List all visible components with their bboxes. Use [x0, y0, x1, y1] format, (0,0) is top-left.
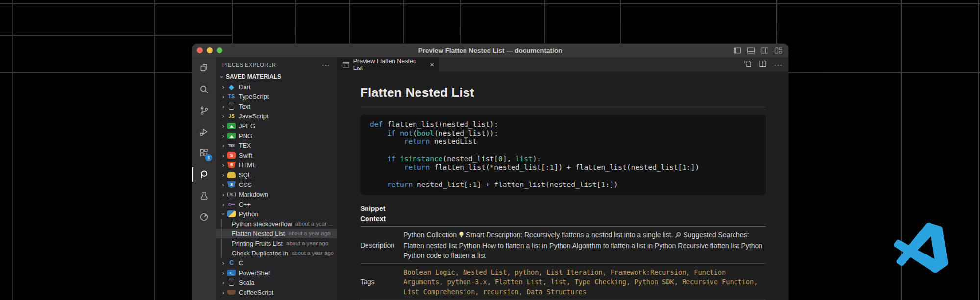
- activity-testing[interactable]: [192, 185, 216, 207]
- tree-item-typescript[interactable]: ›TypeScript: [216, 92, 337, 101]
- tab-close-icon[interactable]: ×: [430, 61, 434, 68]
- activity-search[interactable]: [192, 79, 216, 100]
- minimize-window-button[interactable]: [207, 47, 213, 53]
- python-icon: [227, 210, 236, 217]
- tree-item-text[interactable]: ›Text: [216, 101, 337, 111]
- vscode-window: Preview Flatten Nested List — documentat…: [192, 44, 788, 300]
- split-editor-icon[interactable]: [759, 60, 767, 69]
- chevron-right-icon[interactable]: ›: [220, 279, 227, 286]
- section-label: SAVED MATERIALS: [226, 73, 281, 80]
- chevron-right-icon[interactable]: ›: [220, 103, 227, 110]
- tree-item-c[interactable]: ›C++: [216, 199, 337, 209]
- saved-material-timestamp: about a year ...: [295, 221, 333, 227]
- saved-material-timestamp: about a year ago: [288, 231, 330, 236]
- activity-run-debug[interactable]: [192, 121, 216, 143]
- run-and-debug-icon: [199, 127, 209, 137]
- saved-material-label: Printing Fruits List: [232, 240, 283, 247]
- close-window-button[interactable]: [197, 47, 203, 53]
- file-icon: [227, 102, 236, 110]
- preview-window-icon: [342, 61, 350, 69]
- saved-material-label: Python stackoverflow: [232, 220, 292, 228]
- saved-material-timestamp: about a year ago: [292, 250, 334, 256]
- chevron-right-icon[interactable]: ›: [220, 171, 227, 179]
- chevron-right-icon[interactable]: ›: [220, 191, 227, 198]
- tree-item-python[interactable]: ›Python: [216, 209, 337, 219]
- tree-item-swift[interactable]: ›Swift: [216, 150, 337, 160]
- saved-material-timestamp: about a year ago: [286, 240, 328, 246]
- sidebar-more-actions-icon[interactable]: ···: [322, 61, 330, 69]
- window-title: Preview Flatten Nested List — documentat…: [418, 47, 562, 54]
- tab-bar: Preview Flatten Nested List × ···: [337, 57, 788, 71]
- chevron-right-icon[interactable]: ›: [220, 113, 227, 120]
- search-icon: [199, 84, 209, 94]
- zoom-window-button[interactable]: [217, 47, 222, 53]
- chevron-right-icon[interactable]: ›: [220, 132, 227, 139]
- tree-item-powershell[interactable]: ›PowerShell: [216, 268, 337, 277]
- description-part2: Smart Description: Recursively flattens …: [466, 231, 673, 239]
- chevron-right-icon[interactable]: ›: [220, 142, 227, 149]
- activity-source-control[interactable]: [192, 100, 216, 121]
- powershell-icon: [227, 270, 236, 276]
- chevron-right-icon[interactable]: ›: [220, 83, 227, 91]
- chevron-right-icon[interactable]: ›: [220, 93, 227, 100]
- activity-extensions[interactable]: 1: [192, 142, 216, 164]
- tree-item-label: Text: [239, 103, 250, 110]
- tree-item-markdown[interactable]: ›Markdown: [216, 189, 337, 199]
- activity-pieces[interactable]: [192, 164, 216, 185]
- tree-item-label: C: [239, 259, 243, 267]
- vscode-logo: [891, 221, 950, 279]
- tree-item-html[interactable]: ›HTML: [216, 160, 337, 170]
- code-line: return nested_list[:1] + flatten_list(ne…: [370, 181, 756, 189]
- chevron-right-icon[interactable]: ›: [220, 152, 227, 159]
- tree-item-label: Markdown: [239, 191, 268, 198]
- activity-bar: 1: [192, 57, 216, 300]
- code-block: def flatten_list(nested_list): if not(bo…: [360, 115, 766, 195]
- tree-item-label: SQL: [239, 171, 251, 179]
- tab-preview-flatten-nested-list[interactable]: Preview Flatten Nested List ×: [337, 57, 439, 71]
- sql-icon: [227, 172, 236, 178]
- tree-item-coffeescript[interactable]: ›CoffeeScript: [216, 287, 337, 297]
- tags-row: Tags Boolean Logic, Nested List, python,…: [360, 264, 766, 300]
- tree-item-c[interactable]: ›C: [216, 258, 337, 268]
- preview-content: Flatten Nested List def flatten_list(nes…: [337, 71, 788, 300]
- tree-item-png[interactable]: ›PNG: [216, 131, 337, 140]
- chevron-right-icon[interactable]: ›: [220, 122, 227, 130]
- chevron-right-icon[interactable]: ›: [220, 201, 227, 208]
- toggle-secondary-sidebar-icon[interactable]: [760, 46, 769, 55]
- tree-item-jpeg[interactable]: ›JPEG: [216, 121, 337, 131]
- chevron-down-icon: ›: [219, 73, 226, 81]
- coffeescript-icon: [227, 290, 236, 295]
- chevron-right-icon[interactable]: ›: [220, 289, 227, 296]
- saved-material-check-duplicates-in[interactable]: Check Duplicates inabout a year ago: [216, 248, 337, 258]
- chevron-right-icon[interactable]: ›: [220, 259, 227, 267]
- toggle-primary-sidebar-icon[interactable]: [733, 46, 741, 55]
- saved-material-label: Flatten Nested List: [232, 230, 285, 237]
- chevron-right-icon[interactable]: ›: [220, 162, 227, 169]
- tree-item-tex[interactable]: ›TEX: [216, 140, 337, 150]
- customize-layout-icon[interactable]: [774, 46, 783, 55]
- activity-gauge[interactable]: [192, 207, 216, 228]
- activity-explorer[interactable]: [192, 57, 216, 79]
- tree-item-sql[interactable]: ›SQL: [216, 170, 337, 180]
- code-line: if not(bool(nested_list)):: [370, 129, 756, 138]
- tree-item-scala[interactable]: ›Scala: [216, 277, 337, 287]
- tab-label: Preview Flatten Nested List: [353, 58, 427, 71]
- open-preview-icon[interactable]: [744, 60, 752, 69]
- tree-item-label: Dart: [239, 83, 251, 91]
- tree-item-css[interactable]: ›CSS: [216, 180, 337, 189]
- editor-more-actions-icon[interactable]: ···: [774, 61, 783, 69]
- css-icon: [227, 181, 236, 188]
- code-line: [370, 146, 756, 155]
- chevron-right-icon[interactable]: ›: [220, 181, 227, 188]
- tree-item-dart[interactable]: ›Dart: [216, 82, 337, 92]
- toggle-panel-icon[interactable]: [747, 46, 755, 55]
- chevron-right-icon[interactable]: ›: [220, 269, 227, 277]
- c-icon: [227, 259, 236, 267]
- saved-material-flatten-nested-list[interactable]: Flatten Nested Listabout a year ago: [216, 229, 337, 238]
- tree-item-javascript[interactable]: ›JavaScript: [216, 111, 337, 121]
- saved-material-printing-fruits-list[interactable]: Printing Fruits Listabout a year ago: [216, 238, 337, 248]
- chevron-down-icon[interactable]: ›: [220, 210, 227, 218]
- section-saved-materials[interactable]: › SAVED MATERIALS: [216, 72, 337, 82]
- saved-material-python-stackoverflow[interactable]: Python stackoverflowabout a year ...: [216, 219, 337, 229]
- beaker-icon: [199, 190, 209, 201]
